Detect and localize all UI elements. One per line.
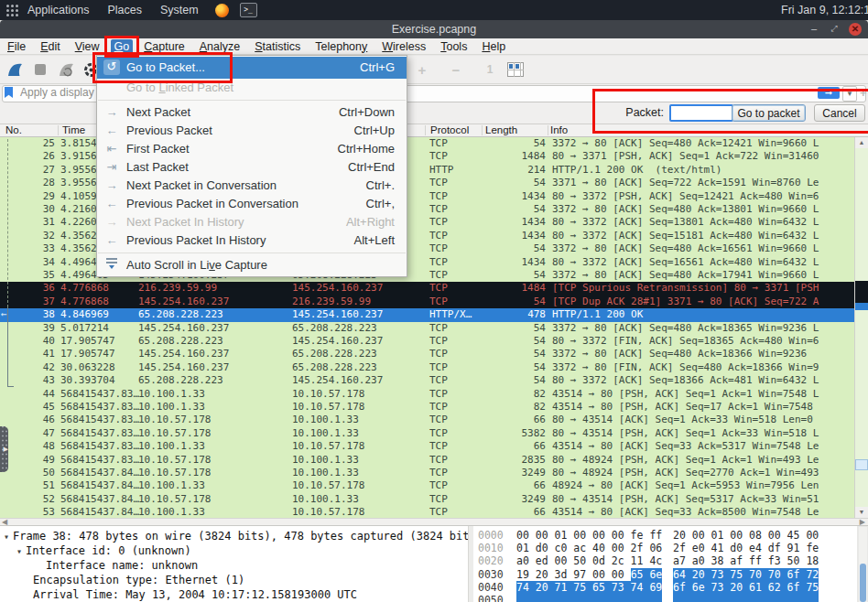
menu-item-auto-scroll-in-live-capture[interactable]: Auto Scroll in Live Capture	[97, 256, 407, 274]
hex-bytes-right[interactable]: 64 20 73 75 70 70 6f 72	[673, 568, 819, 581]
hex-row-0030[interactable]: 003019 20 3d 97 00 00 65 6e64 20 73 75 7…	[473, 568, 857, 581]
packet-row-50[interactable]: 50568415437.84…10.10.57.17810.100.1.33TC…	[0, 467, 854, 479]
hex-bytes-right[interactable]: a7 a0 38 af ff f3 50 18	[673, 554, 819, 567]
filter-dropdown-caret[interactable]: ▼	[842, 86, 857, 102]
menubar-item-file[interactable]: File	[4, 39, 29, 54]
menubar-item-wireless[interactable]: Wireless	[378, 39, 429, 54]
hex-row-0010[interactable]: 001001 d0 c0 ac 40 00 2f 062f e0 41 d0 e…	[473, 542, 857, 554]
horizontal-scrollbar[interactable]: ◀ ▶	[0, 518, 868, 526]
packet-row-39[interactable]: 395.017214145.254.160.23765.208.228.223T…	[0, 322, 854, 335]
packet-row-46[interactable]: 46568415437.83…10.10.57.17810.100.1.33TC…	[0, 414, 854, 426]
column-separator[interactable]	[548, 125, 548, 135]
zoom-out-icon[interactable]: −	[445, 59, 467, 80]
add-filter-button[interactable]: +	[860, 86, 867, 100]
menubar-item-edit[interactable]: Edit	[37, 39, 64, 54]
column-separator[interactable]	[58, 125, 59, 135]
hex-row-0040[interactable]: 004074 20 71 75 65 73 74 696f 6e 73 20 6…	[473, 581, 857, 594]
column-header-info[interactable]: Info	[550, 124, 568, 136]
places-menu[interactable]: Places	[98, 0, 151, 20]
resize-columns-icon[interactable]	[505, 59, 526, 80]
hex-bytes-left[interactable]: 19 20 3d 97 00 00 65 6e	[516, 568, 662, 581]
menubar-item-view[interactable]: View	[71, 39, 103, 54]
packet-row-36[interactable]: 364.776868216.239.59.99145.254.160.237TC…	[0, 282, 854, 295]
menubar-item-statistics[interactable]: Statistics	[251, 39, 304, 54]
hex-bytes-left[interactable]: 00 00 01 00 00 00 fe ff	[516, 529, 662, 542]
packet-row-40[interactable]: 4017.90574765.208.228.223145.254.160.237…	[0, 335, 854, 348]
start-capture-icon[interactable]	[4, 59, 26, 80]
titlebar[interactable]: Exercise.pcapng – ⤢ ✕	[0, 20, 868, 38]
minimize-button[interactable]: –	[808, 23, 820, 36]
packet-row-37[interactable]: 374.776868145.254.160.237216.239.59.99TC…	[0, 296, 854, 308]
packet-row-47[interactable]: 47568415437.83…10.10.57.17810.100.1.33TC…	[0, 427, 854, 440]
detail-line[interactable]: Encapsulation type: Ethernet (1)	[33, 573, 244, 587]
menu-item-go-to-linked-packet[interactable]: Go to Linked Packet	[97, 79, 407, 97]
packet-row-49[interactable]: 49568415437.83…10.10.57.17810.100.1.33TC…	[0, 454, 854, 467]
packet-row-42[interactable]: 4230.063228145.254.160.23765.208.228.223…	[0, 361, 854, 374]
hex-bytes-left[interactable]: 74 20 71 75 65 73 74 69	[516, 581, 662, 594]
menu-item-next-packet-in-conversation[interactable]: →Next Packet in ConversationCtrl+.	[97, 177, 407, 195]
column-header-protocol[interactable]: Protocol	[430, 124, 469, 136]
packet-row-53[interactable]: 53568415437.84…10.100.1.3310.10.57.178TC…	[0, 506, 854, 518]
packet-row-48[interactable]: 48568415437.83…10.100.1.3310.10.57.178TC…	[0, 440, 854, 453]
packet-row-41[interactable]: 4117.905747145.254.160.23765.208.228.223…	[0, 348, 854, 360]
menubar-item-help[interactable]: Help	[478, 39, 509, 54]
hex-bytes-right[interactable]: 2f e0 41 d0 e4 df 91 fe	[673, 542, 819, 554]
stop-capture-icon[interactable]	[29, 59, 51, 80]
expander-icon[interactable]: ▾	[4, 532, 9, 542]
scroll-up-icon[interactable]: ▲	[855, 137, 868, 148]
menu-item-previous-packet-in-conversation[interactable]: ←Previous Packet in ConversationCtrl+,	[97, 195, 407, 213]
menu-item-first-packet[interactable]: ⇤First PacketCtrl+Home	[97, 140, 407, 158]
go-to-packet-button[interactable]: Go to packet	[732, 104, 806, 122]
detail-line[interactable]: ▾Frame 38: 478 bytes on wire (3824 bits)…	[4, 529, 468, 544]
detail-line[interactable]: ▾Interface id: 0 (unknown)	[16, 543, 191, 559]
hex-bytes-right[interactable]: 6f 6e 73 20 61 62 6f 75	[673, 581, 819, 594]
firefox-icon[interactable]	[215, 4, 229, 17]
clock[interactable]: Fri Jan 9, 12:12:1	[781, 0, 868, 20]
column-header-length[interactable]: Length	[485, 124, 517, 136]
detail-line[interactable]: Arrival Time: May 13, 2004 10:17:12.1581…	[33, 587, 357, 602]
scroll-down-icon[interactable]: ▼	[855, 507, 868, 518]
scroll-left-icon[interactable]: ◀	[2, 518, 7, 526]
hex-row-0050[interactable]: 0050	[473, 594, 857, 602]
hex-row-0000[interactable]: 000000 00 01 00 00 00 fe ff20 00 01 00 0…	[473, 529, 857, 542]
hex-bytes-right[interactable]	[673, 594, 819, 602]
packet-list-scrollbar[interactable]: ▲ ▼	[854, 137, 868, 518]
scroll-right-icon[interactable]: ▶	[860, 518, 865, 526]
column-separator[interactable]	[482, 125, 483, 135]
packet-row-45[interactable]: 45568415437.83…10.100.1.3310.10.57.178TC…	[0, 401, 854, 414]
app-grid-icon[interactable]	[6, 5, 18, 16]
system-menu[interactable]: System	[151, 0, 208, 20]
menubar-item-analyze[interactable]: Analyze	[196, 39, 244, 54]
menu-item-previous-packet-in-history[interactable]: ←Previous Packet In HistoryAlt+Left	[97, 231, 407, 250]
applications-menu[interactable]: Applications	[18, 0, 98, 20]
column-header-time[interactable]: Time	[62, 124, 85, 136]
expander-icon[interactable]: ▾	[16, 546, 22, 556]
packet-row-51[interactable]: 51568415437.84…10.100.1.3310.10.57.178TC…	[0, 479, 854, 492]
scrollbar-thumb[interactable]	[855, 459, 868, 470]
menubar-item-tools[interactable]: Tools	[437, 39, 471, 54]
hex-scrollbar-thumb[interactable]	[860, 564, 866, 602]
terminal-icon[interactable]: >_	[240, 3, 257, 17]
hex-row-0020[interactable]: 0020a0 ed 00 50 0d 2c 11 4ca7 a0 38 af f…	[473, 554, 857, 567]
hex-bytes-left[interactable]	[516, 594, 662, 602]
menubar-item-telephony[interactable]: Telephony	[311, 39, 371, 54]
packet-row-44[interactable]: 44568415437.83…10.100.1.3310.10.57.178TC…	[0, 388, 854, 401]
menu-item-next-packet-in-history[interactable]: →Next Packet In HistoryAlt+Right	[97, 213, 407, 231]
detail-line[interactable]: Interface name: unknown	[46, 558, 198, 573]
hex-bytes-left[interactable]: 01 d0 c0 ac 40 00 2f 06	[516, 542, 662, 554]
restart-capture-icon[interactable]	[55, 59, 77, 80]
close-button[interactable]: ✕	[849, 23, 862, 36]
column-header-no[interactable]: No.	[5, 124, 22, 136]
menu-item-last-packet[interactable]: ⇥Last PacketCtrl+End	[97, 158, 407, 177]
hex-scrollbar[interactable]	[859, 527, 867, 602]
menubar-item-capture[interactable]: Capture	[140, 39, 188, 54]
packet-number-input[interactable]	[669, 104, 733, 122]
zoom-in-icon[interactable]: +	[411, 59, 433, 80]
packet-row-38[interactable]: ←384.84696965.208.228.223145.254.160.237…	[0, 308, 854, 321]
menu-item-previous-packet[interactable]: ←Previous PacketCtrl+Up	[97, 122, 407, 140]
cancel-button[interactable]: Cancel	[814, 104, 865, 122]
restore-button[interactable]: ⤢	[828, 23, 841, 36]
normal-size-icon[interactable]: 1	[479, 59, 501, 80]
packet-row-52[interactable]: 52568415437.84…10.10.57.17810.100.1.33TC…	[0, 493, 854, 506]
packet-row-43[interactable]: 4330.39370465.208.228.223145.254.160.237…	[0, 374, 854, 387]
